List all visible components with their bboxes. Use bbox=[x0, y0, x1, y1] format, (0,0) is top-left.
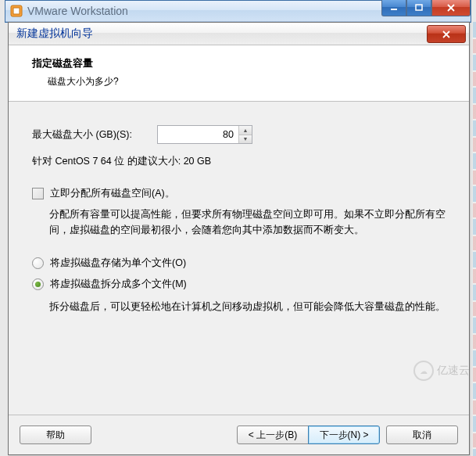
background-strip bbox=[473, 22, 476, 456]
wizard-body: 最大磁盘大小 (GB)(S): 80 ▲ ▼ 针对 CentOS 7 64 位 … bbox=[9, 102, 469, 415]
spinner-down-icon[interactable]: ▼ bbox=[239, 135, 252, 144]
disk-size-row: 最大磁盘大小 (GB)(S): 80 ▲ ▼ bbox=[32, 125, 446, 144]
close-button[interactable] bbox=[431, 0, 471, 16]
wizard-heading: 指定磁盘容量 bbox=[32, 56, 453, 70]
watermark: ☁ 亿速云 bbox=[413, 361, 470, 381]
wizard-subheading: 磁盘大小为多少? bbox=[48, 75, 453, 88]
watermark-text: 亿速云 bbox=[437, 364, 470, 378]
disk-size-label: 最大磁盘大小 (GB)(S): bbox=[32, 128, 157, 142]
svg-rect-1 bbox=[13, 8, 20, 14]
help-button[interactable]: 帮助 bbox=[20, 425, 91, 444]
recommended-size-text: 针对 CentOS 7 64 位 的建议大小: 20 GB bbox=[32, 155, 446, 168]
wizard-header: 指定磁盘容量 磁盘大小为多少? bbox=[9, 45, 469, 102]
disk-size-input[interactable]: 80 ▲ ▼ bbox=[157, 125, 252, 144]
svg-rect-3 bbox=[416, 5, 422, 10]
next-button[interactable]: 下一步(N) > bbox=[308, 425, 380, 444]
disk-size-value[interactable]: 80 bbox=[158, 126, 238, 143]
window-controls bbox=[381, 0, 471, 16]
allocate-now-checkbox[interactable] bbox=[32, 188, 44, 199]
allocate-now-label: 立即分配所有磁盘空间(A)。 bbox=[50, 187, 175, 200]
spinner-up-icon[interactable]: ▲ bbox=[239, 126, 252, 135]
split-multiple-files-label: 将虚拟磁盘拆分成多个文件(M) bbox=[50, 278, 187, 291]
wizard-window: 新建虚拟机向导 指定磁盘容量 磁盘大小为多少? 最大磁盘大小 (GB)(S): … bbox=[8, 22, 470, 455]
cloud-icon: ☁ bbox=[413, 361, 434, 381]
store-single-file-radio[interactable] bbox=[32, 257, 44, 269]
minimize-button[interactable] bbox=[381, 0, 406, 16]
svg-rect-2 bbox=[391, 9, 397, 10]
app-window: VMware Workstation bbox=[5, 0, 471, 23]
wizard-footer: 帮助 < 上一步(B) 下一步(N) > 取消 bbox=[9, 415, 469, 454]
wizard-title: 新建虚拟机向导 bbox=[16, 27, 93, 41]
spinner-buttons: ▲ ▼ bbox=[238, 126, 252, 143]
maximize-button[interactable] bbox=[406, 0, 431, 16]
allocate-description: 分配所有容量可以提高性能，但要求所有物理磁盘空间立即可用。如果不立即分配所有空间… bbox=[49, 206, 446, 238]
store-single-file-row[interactable]: 将虚拟磁盘存储为单个文件(O) bbox=[32, 257, 446, 270]
back-button[interactable]: < 上一步(B) bbox=[237, 425, 309, 444]
allocate-now-checkbox-row[interactable]: 立即分配所有磁盘空间(A)。 bbox=[32, 187, 446, 200]
wizard-close-button[interactable] bbox=[427, 25, 466, 43]
app-icon bbox=[10, 5, 23, 17]
app-titlebar[interactable]: VMware Workstation bbox=[5, 1, 471, 22]
cancel-button[interactable]: 取消 bbox=[386, 425, 458, 444]
split-description: 拆分磁盘后，可以更轻松地在计算机之间移动虚拟机，但可能会降低大容量磁盘的性能。 bbox=[49, 299, 446, 314]
split-multiple-files-row[interactable]: 将虚拟磁盘拆分成多个文件(M) bbox=[32, 278, 446, 291]
wizard-titlebar[interactable]: 新建虚拟机向导 bbox=[9, 23, 469, 45]
app-title: VMware Workstation bbox=[27, 5, 128, 17]
store-single-file-label: 将虚拟磁盘存储为单个文件(O) bbox=[50, 257, 186, 270]
split-multiple-files-radio[interactable] bbox=[32, 278, 44, 290]
